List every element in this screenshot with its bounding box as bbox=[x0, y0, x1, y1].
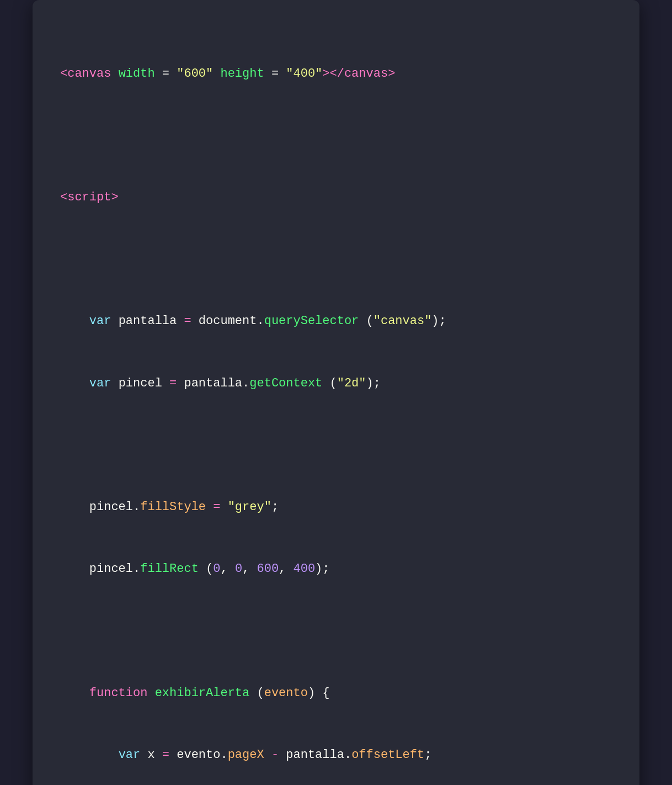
code-line-5: pincel.fillStyle = "grey"; bbox=[60, 497, 612, 517]
code-line-2: <script> bbox=[60, 187, 612, 208]
code-line-7: function exhibirAlerta (evento) { bbox=[60, 683, 612, 703]
code-line-1: <canvas width = "600" height = "400"></c… bbox=[60, 63, 612, 84]
code-line-blank-4 bbox=[60, 620, 612, 641]
code-line-4: var pincel = pantalla.getContext ("2d"); bbox=[60, 373, 612, 394]
code-line-8: var x = evento.pageX - pantalla.offsetLe… bbox=[60, 745, 612, 765]
code-editor-window: <canvas width = "600" height = "400"></c… bbox=[33, 0, 639, 785]
code-content: <canvas width = "600" height = "400"></c… bbox=[60, 22, 612, 785]
code-line-6: pincel.fillRect (0, 0, 600, 400); bbox=[60, 559, 612, 579]
code-line-3: var pantalla = document.querySelector ("… bbox=[60, 311, 612, 331]
code-line-blank-3 bbox=[60, 435, 612, 455]
code-line-blank-2 bbox=[60, 249, 612, 269]
code-line-blank-1 bbox=[60, 125, 612, 146]
